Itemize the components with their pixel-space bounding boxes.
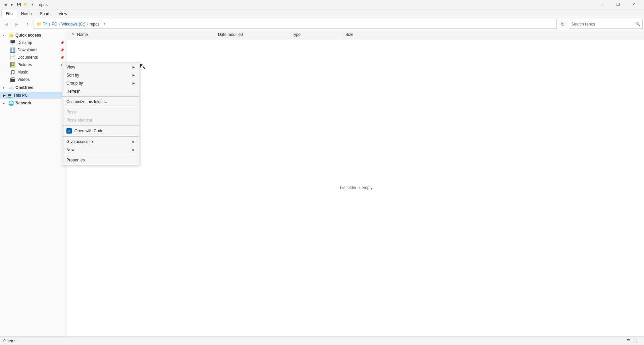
ctx-item-refresh[interactable]: Refresh bbox=[62, 87, 139, 95]
quick-access-icon: ⭐ bbox=[8, 33, 14, 38]
folder-titlebar-icon: 📁 bbox=[23, 2, 28, 7]
title-bar: ◀ ▶ 💾 📁 ▾ repos — ❐ ✕ bbox=[0, 0, 644, 9]
breadcrumb-dropdown[interactable]: ▾ bbox=[102, 20, 108, 29]
videos-icon: 🎬 bbox=[9, 77, 15, 82]
sidebar-item-music[interactable]: 🎵 Music bbox=[0, 68, 67, 76]
tab-home[interactable]: Home bbox=[17, 10, 36, 17]
col-header-type[interactable]: Type bbox=[292, 32, 345, 37]
ctx-label-properties: Properties bbox=[66, 158, 85, 162]
breadcrumb-thispc[interactable]: This PC bbox=[43, 22, 57, 27]
thispc-label: This PC bbox=[13, 93, 28, 98]
forward-history-icon[interactable]: ▶ bbox=[9, 2, 15, 7]
sidebar-header-onedrive[interactable]: ▶ ☁️ OneDrive bbox=[0, 84, 67, 91]
dropdown-titlebar-icon[interactable]: ▾ bbox=[30, 2, 35, 7]
expand-arrow-thispc: ▶ bbox=[3, 93, 6, 98]
title-bar-icons: ◀ ▶ 💾 📁 ▾ bbox=[3, 2, 35, 7]
breadcrumb-current: repos bbox=[90, 22, 100, 27]
onedrive-label: OneDrive bbox=[15, 85, 33, 90]
ctx-item-view[interactable]: View ▶ bbox=[62, 63, 139, 71]
downloads-icon: ⬇️ bbox=[9, 47, 15, 53]
forward-button[interactable]: ▶ bbox=[12, 19, 21, 29]
col-header-name[interactable]: Name bbox=[77, 32, 218, 37]
sidebar-item-downloads[interactable]: ⬇️ Downloads 📌 bbox=[0, 46, 67, 54]
search-input[interactable] bbox=[571, 22, 634, 27]
ctx-item-open-with-code[interactable]: ⌂ Open with Code bbox=[62, 127, 139, 135]
ctx-arrow-give-access: ▶ bbox=[132, 140, 135, 143]
ctx-item-paste-shortcut[interactable]: Paste shortcut bbox=[62, 116, 139, 124]
breadcrumb-windowsc[interactable]: Windows (C:) bbox=[61, 22, 86, 27]
sidebar-item-music-label: Music bbox=[17, 70, 28, 75]
back-history-icon[interactable]: ◀ bbox=[3, 2, 8, 7]
sidebar-header-quick-access[interactable]: ▾ ⭐ Quick access bbox=[0, 32, 67, 39]
file-area: This folder is empty. bbox=[67, 39, 644, 336]
sidebar-item-documents[interactable]: 📄 Documents 📌 bbox=[0, 54, 67, 61]
title-bar-controls: — ❐ ✕ bbox=[595, 0, 641, 9]
ctx-item-customize[interactable]: Customize this folder... bbox=[62, 98, 139, 106]
restore-button[interactable]: ❐ bbox=[610, 0, 626, 9]
ribbon-tabs: File Home Share View bbox=[0, 9, 644, 18]
sidebar-item-videos-label: Videos bbox=[17, 77, 30, 82]
tab-view[interactable]: View bbox=[55, 10, 71, 17]
ctx-arrow-view: ▶ bbox=[132, 65, 135, 69]
ctx-label-paste-shortcut: Paste shortcut bbox=[66, 118, 92, 122]
sidebar-section-thispc: ▶ 💻 This PC bbox=[0, 92, 67, 99]
search-bar[interactable]: 🔍 bbox=[569, 20, 643, 29]
ctx-arrow-sort-by: ▶ bbox=[132, 73, 135, 77]
pin-icon-downloads: 📌 bbox=[60, 48, 64, 52]
sidebar-item-downloads-label: Downloads bbox=[17, 48, 37, 52]
ctx-item-new[interactable]: New ▶ bbox=[62, 146, 139, 154]
sort-button[interactable]: ⇅ bbox=[70, 32, 76, 38]
sidebar-item-pictures-label: Pictures bbox=[17, 62, 32, 67]
details-view-button[interactable]: ☰ bbox=[625, 337, 632, 345]
col-header-size[interactable]: Size bbox=[345, 32, 386, 37]
ctx-label-customize: Customize this folder... bbox=[66, 99, 107, 104]
sidebar-item-desktop-label: Desktop bbox=[17, 40, 32, 45]
ctx-label-give-access: Give access to bbox=[66, 139, 93, 144]
up-button[interactable]: ↑ bbox=[23, 19, 32, 29]
back-button[interactable]: ◀ bbox=[1, 19, 11, 29]
ctx-arrow-group-by: ▶ bbox=[132, 82, 135, 85]
ctx-item-group-by[interactable]: Group by ▶ bbox=[62, 79, 139, 87]
expand-arrow-network: ▶ bbox=[3, 102, 7, 105]
sidebar-item-desktop[interactable]: 🖥️ Desktop 📌 bbox=[0, 39, 67, 46]
ctx-arrow-new: ▶ bbox=[132, 148, 135, 151]
quick-access-label: Quick access bbox=[15, 33, 41, 38]
ctx-sep-4 bbox=[62, 136, 139, 137]
tiles-view-button[interactable]: ⊞ bbox=[633, 337, 641, 345]
sidebar-item-this-pc[interactable]: ▶ 💻 This PC bbox=[0, 92, 67, 99]
ctx-label-open-with-code: Open with Code bbox=[74, 129, 103, 133]
address-bar: ◀ ▶ ↑ 📁 This PC › Windows (C:) › repos ▾… bbox=[0, 18, 644, 30]
expand-arrow-quick-access: ▾ bbox=[3, 34, 7, 37]
breadcrumb[interactable]: 📁 This PC › Windows (C:) › repos ▾ bbox=[34, 20, 557, 29]
tab-file[interactable]: File bbox=[1, 10, 17, 18]
column-headers: ⇅ Name Date modified Type Size bbox=[67, 30, 644, 39]
refresh-button[interactable]: ↻ bbox=[558, 19, 568, 29]
tab-share[interactable]: Share bbox=[36, 10, 55, 17]
ctx-label-sort-by: Sort by bbox=[66, 73, 79, 78]
pin-icon-desktop: 📌 bbox=[60, 41, 64, 45]
onedrive-icon: ☁️ bbox=[8, 85, 14, 90]
sidebar-section-onedrive: ▶ ☁️ OneDrive bbox=[0, 84, 67, 91]
pictures-icon: 🖼️ bbox=[9, 62, 15, 67]
sidebar-header-network[interactable]: ▶ 🌐 Network bbox=[0, 99, 67, 107]
sidebar-item-pictures[interactable]: 🖼️ Pictures 📌 bbox=[0, 61, 67, 68]
status-bar: 0 items ☰ ⊞ bbox=[0, 336, 644, 345]
ctx-label-view: View bbox=[66, 65, 75, 69]
music-icon: 🎵 bbox=[9, 69, 15, 75]
ctx-item-sort-by[interactable]: Sort by ▶ bbox=[62, 71, 139, 79]
empty-message: This folder is empty. bbox=[338, 185, 373, 190]
network-label: Network bbox=[15, 101, 31, 105]
col-header-date[interactable]: Date modified bbox=[218, 32, 292, 37]
close-button[interactable]: ✕ bbox=[626, 0, 641, 9]
ctx-item-paste[interactable]: Paste bbox=[62, 108, 139, 116]
context-menu: View ▶ Sort by ▶ Group by ▶ Refresh Cust… bbox=[62, 62, 139, 165]
search-icon: 🔍 bbox=[635, 22, 640, 27]
save-titlebar-icon: 💾 bbox=[16, 2, 21, 7]
status-bar-right: ☰ ⊞ bbox=[625, 337, 641, 345]
minimize-button[interactable]: — bbox=[595, 0, 610, 9]
ctx-item-give-access[interactable]: Give access to ▶ bbox=[62, 138, 139, 146]
network-icon: 🌐 bbox=[8, 100, 14, 106]
ctx-item-properties[interactable]: Properties bbox=[62, 156, 139, 164]
sidebar-item-videos[interactable]: 🎬 Videos bbox=[0, 76, 67, 83]
expand-arrow-onedrive: ▶ bbox=[3, 86, 7, 89]
